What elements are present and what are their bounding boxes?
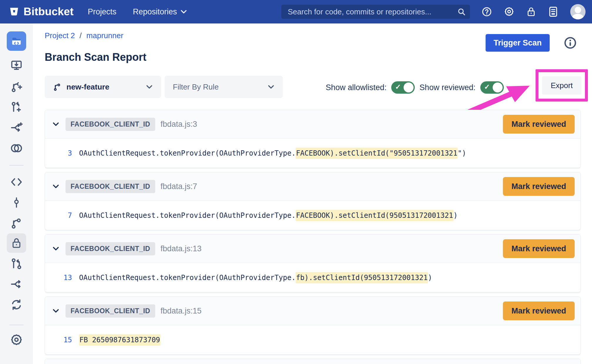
nav-item-projects-label: Projects <box>88 7 116 16</box>
collapse-chevron-icon[interactable] <box>53 309 59 313</box>
page-title: Branch Scan Report <box>45 51 146 63</box>
sidebar-item-settings[interactable] <box>10 333 23 346</box>
finding-card: FACEBOOK_CLIENT_ID fbdata.js:13 Mark rev… <box>45 234 581 292</box>
sidebar-item-compare[interactable] <box>10 143 23 154</box>
export-button[interactable]: Export <box>542 76 581 95</box>
show-allowlisted-toggle[interactable]: ✓ <box>391 81 415 94</box>
feedback-icon[interactable] <box>548 6 558 17</box>
code-plain: ) <box>454 211 458 220</box>
finding-header <box>45 359 581 364</box>
compare-circles-icon <box>10 143 23 154</box>
check-icon: ✓ <box>484 83 490 91</box>
sidebar-item-source[interactable] <box>10 177 23 187</box>
finding-code-row: 15 FB 2650987631873709 <box>45 325 581 354</box>
nav-item-repositories[interactable]: Repositories <box>133 7 187 16</box>
filter-by-rule-placeholder: Filter By Rule <box>173 82 219 92</box>
rule-badge: FACEBOOK_CLIENT_ID <box>66 180 155 193</box>
finding-code-row: 7 OAuthClientRequest.tokenProvider(OAuth… <box>45 200 581 230</box>
sidebar-item-sync[interactable] <box>10 299 23 311</box>
toggles-row: Show allowlisted: ✓ Show reviewed: ✓ <box>326 81 504 94</box>
chevron-down-icon <box>267 85 275 89</box>
bitbucket-logo-text: Bitbucket <box>24 6 73 18</box>
breadcrumb-repo-link[interactable]: maprunner <box>86 31 123 40</box>
code-secret-highlight: FACEBOOK).setClientId("950513172001321 <box>296 148 458 159</box>
repository-folder-icon <box>7 31 26 51</box>
search-icon[interactable] <box>457 7 466 16</box>
branch-select-dropdown[interactable]: new-feature <box>45 76 161 98</box>
finding-card: FACEBOOK_CLIENT_ID fbdata.js:3 Mark revi… <box>45 110 581 168</box>
code-plain: ") <box>458 149 466 157</box>
pull-request-icon <box>10 257 23 270</box>
breadcrumb-separator: / <box>80 31 82 40</box>
fork-icon <box>10 278 23 290</box>
sidebar <box>0 23 33 364</box>
finding-code-row: 3 OAuthClientRequest.tokenProvider(OAuth… <box>45 138 581 168</box>
gear-icon <box>10 333 23 346</box>
toggle-knob <box>493 82 503 92</box>
code-secret-highlight: FB 2650987631873709 <box>79 334 160 346</box>
mark-reviewed-button[interactable]: Mark reviewed <box>503 177 575 196</box>
code-line: OAuthClientRequest.tokenProvider(OAuthPr… <box>79 274 432 282</box>
export-highlight-annotation: Export <box>536 69 588 102</box>
commit-icon <box>11 196 22 209</box>
show-reviewed-toggle[interactable]: ✓ <box>480 81 504 94</box>
chevron-down-icon <box>180 10 187 14</box>
code-line-number: 13 <box>56 274 72 282</box>
finding-location: fbdata.js:15 <box>160 306 202 316</box>
trigger-scan-button[interactable]: Trigger Scan <box>486 34 550 52</box>
branch-select-value: new-feature <box>66 82 109 92</box>
lock-icon[interactable] <box>526 6 536 17</box>
sidebar-item-branches[interactable] <box>10 217 23 229</box>
main-content: Project 2 / maprunner Trigger Scan Branc… <box>33 23 592 364</box>
sidebar-item-pull-requests[interactable] <box>10 257 23 270</box>
breadcrumb-project-link[interactable]: Project 2 <box>45 31 75 40</box>
rule-badge: FACEBOOK_CLIENT_ID <box>66 242 155 255</box>
collapse-chevron-icon[interactable] <box>53 122 59 127</box>
sidebar-item-create-pull-request[interactable] <box>10 101 23 113</box>
mark-reviewed-button[interactable]: Mark reviewed <box>503 115 575 134</box>
code-line: FB 2650987631873709 <box>79 336 160 344</box>
finding-location: fbdata.js:3 <box>160 120 197 129</box>
clone-icon <box>10 59 23 71</box>
finding-location: fbdata.js:7 <box>160 182 197 191</box>
finding-header: FACEBOOK_CLIENT_ID fbdata.js:13 Mark rev… <box>45 235 581 263</box>
branch-icon <box>53 82 62 91</box>
settings-icon[interactable] <box>504 6 514 17</box>
mark-reviewed-button[interactable]: Mark reviewed <box>503 301 575 320</box>
code-line-number: 15 <box>56 336 72 344</box>
sidebar-item-commits[interactable] <box>11 196 22 209</box>
sidebar-item-fork-create[interactable] <box>10 122 23 134</box>
sidebar-item-security-scan[interactable] <box>7 233 26 253</box>
finding-card: FACEBOOK_CLIENT_ID fbdata.js:15 Mark rev… <box>45 296 581 355</box>
code-line: OAuthClientRequest.tokenProvider(OAuthPr… <box>79 211 458 220</box>
nav-right-icons <box>481 0 586 23</box>
nav-item-repositories-label: Repositories <box>133 7 177 16</box>
nav-links: Projects Repositories <box>88 7 187 16</box>
sidebar-item-create-branch[interactable] <box>10 80 23 93</box>
finding-card-partial <box>45 359 581 364</box>
fork-plus-icon <box>10 122 23 134</box>
branch-icon <box>10 217 23 229</box>
avatar-head <box>575 7 581 13</box>
nav-item-projects[interactable]: Projects <box>88 7 116 16</box>
filter-by-rule-dropdown[interactable]: Filter By Rule <box>165 76 283 98</box>
sidebar-item-forks[interactable] <box>10 278 23 290</box>
code-plain: OAuthClientRequest.tokenProvider(OAuthPr… <box>79 149 296 157</box>
search-input[interactable] <box>281 5 470 19</box>
toggle-knob <box>404 82 414 92</box>
avatar-body <box>572 14 584 19</box>
bitbucket-logo[interactable]: Bitbucket <box>9 6 73 18</box>
pull-request-plus-icon <box>10 101 23 113</box>
help-icon[interactable] <box>481 6 492 17</box>
mark-reviewed-button[interactable]: Mark reviewed <box>503 239 575 258</box>
user-avatar[interactable] <box>570 4 586 19</box>
sidebar-item-clone[interactable] <box>10 59 23 71</box>
sidebar-divider <box>9 325 24 325</box>
code-line-number: 7 <box>56 211 72 220</box>
info-icon[interactable] <box>564 36 577 49</box>
collapse-chevron-icon[interactable] <box>53 247 59 251</box>
code-plain: OAuthClientRequest.tokenProvider(OAuthPr… <box>79 274 296 282</box>
sidebar-item-repository[interactable] <box>7 31 26 51</box>
collapse-chevron-icon[interactable] <box>53 184 59 189</box>
check-icon: ✓ <box>395 83 401 91</box>
